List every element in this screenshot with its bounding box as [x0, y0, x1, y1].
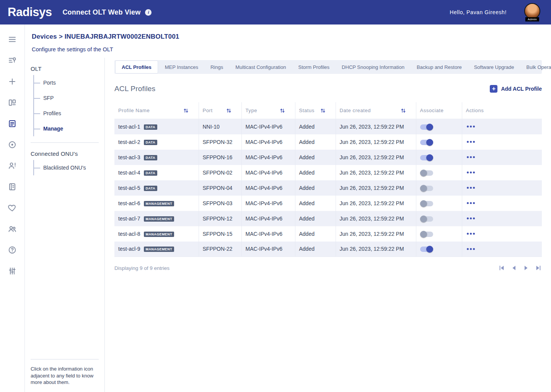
add-acl-profile-button[interactable]: + Add ACL Profile — [490, 85, 542, 93]
dashboard-icon[interactable] — [7, 98, 17, 108]
column-label: Associate — [420, 108, 444, 113]
column-label: Status — [299, 108, 315, 113]
settings-icon[interactable] — [7, 266, 17, 276]
toggle-knob — [426, 124, 433, 131]
associate-toggle[interactable] — [420, 124, 433, 130]
associate-toggle[interactable] — [420, 155, 433, 160]
tree-item-sfp[interactable]: SFP — [34, 90, 99, 106]
tab-dhcp-snooping-information[interactable]: DHCP Snooping Information — [336, 60, 411, 74]
associate-cell — [416, 211, 462, 226]
associate-toggle[interactable] — [420, 247, 433, 252]
tab-acl-profiles[interactable]: ACL Profiles — [115, 60, 158, 74]
row-actions-button[interactable] — [466, 154, 476, 160]
info-icon[interactable]: i — [145, 9, 152, 16]
tab-mep-instances[interactable]: MEP Instances — [159, 60, 204, 74]
logs-icon[interactable] — [7, 182, 17, 192]
tree-item-ports[interactable]: Ports — [34, 75, 99, 90]
olt-devices-icon[interactable] — [7, 56, 17, 65]
associate-toggle[interactable] — [420, 140, 433, 145]
actions-cell — [462, 211, 542, 226]
actions-cell — [462, 242, 542, 257]
profile-name: test-acl-7 — [118, 216, 140, 222]
olt-tree-list: PortsSFPProfilesManage — [33, 75, 99, 136]
table-row: test-acl-1DATANNI-10MAC-IPv4-IPv6AddedJu… — [114, 119, 542, 134]
pagination — [498, 265, 542, 271]
date-created-cell: Jun 26, 2023, 12:59:22 PM — [336, 211, 416, 226]
sort-icon[interactable] — [401, 108, 406, 113]
sort-icon[interactable] — [226, 108, 231, 113]
menu-icon[interactable] — [7, 34, 17, 44]
row-actions-button[interactable] — [466, 139, 476, 145]
user-greeting: Hello, Pavan Gireesh! — [450, 9, 507, 15]
tab-bar: ACL ProfilesMEP InstancesRingsMulticast … — [114, 60, 542, 74]
row-actions-button[interactable] — [466, 230, 476, 237]
tab-storm-profiles[interactable]: Storm Profiles — [292, 60, 336, 74]
associate-toggle[interactable] — [420, 170, 433, 176]
profiles-icon[interactable] — [7, 119, 17, 129]
column-header-associate: Associate — [416, 102, 462, 119]
date-created-cell: Jun 26, 2023, 12:59:22 PM — [336, 119, 416, 134]
breadcrumb-devices[interactable]: Devices — [32, 33, 57, 40]
sort-icon[interactable] — [280, 108, 285, 113]
row-actions-button[interactable] — [466, 123, 476, 130]
date-created-cell: Jun 26, 2023, 12:59:22 PM — [336, 226, 416, 242]
date-created-cell: Jun 26, 2023, 12:59:22 PM — [336, 150, 416, 165]
column-header-type[interactable]: Type — [241, 102, 295, 119]
previous-page-button[interactable] — [510, 265, 517, 271]
associate-toggle[interactable] — [420, 186, 433, 191]
row-actions-button[interactable] — [466, 215, 476, 222]
add-device-icon[interactable] — [7, 77, 17, 87]
associate-cell — [416, 180, 462, 196]
breadcrumb-separator: > — [59, 33, 65, 40]
tab-rings[interactable]: Rings — [204, 60, 229, 74]
navigation-tree-panel: OLT PortsSFPProfilesManage Connected ONU… — [25, 58, 105, 392]
help-icon[interactable] — [7, 245, 17, 255]
next-page-button[interactable] — [523, 265, 530, 271]
alarms-icon[interactable] — [7, 161, 17, 171]
users-icon[interactable] — [7, 224, 17, 234]
associate-cell — [416, 196, 462, 211]
sort-icon[interactable] — [183, 108, 189, 113]
column-header-actions: Actions — [462, 102, 542, 119]
tree-item-manage[interactable]: Manage — [34, 121, 99, 136]
profile-name-cell: test-acl-1DATA — [114, 119, 199, 134]
table-header-row: Profile NamePortTypeStatusDate createdAs… — [114, 102, 542, 119]
tree-root-connected-onus[interactable]: Connected ONU's — [31, 150, 99, 157]
profile-name: test-acl-3 — [118, 154, 140, 160]
tab-backup-and-restore[interactable]: Backup and Restore — [411, 60, 468, 74]
associate-toggle[interactable] — [420, 201, 433, 206]
associate-toggle[interactable] — [420, 232, 433, 237]
actions-cell — [462, 119, 542, 134]
first-page-button[interactable] — [498, 265, 505, 271]
health-icon[interactable] — [7, 203, 17, 213]
row-actions-button[interactable] — [466, 246, 476, 252]
type-cell: MAC-IPv4-IPv6 — [241, 226, 295, 242]
discovery-icon[interactable] — [7, 140, 17, 150]
tab-bulk-operations[interactable]: Bulk Operations — [520, 60, 551, 74]
tab-multicast-configuration[interactable]: Multicast Configuration — [229, 60, 292, 74]
row-actions-button[interactable] — [466, 169, 476, 176]
profile-name-cell: test-acl-7MANAGEMENT — [114, 211, 199, 226]
add-acl-profile-label: Add ACL Profile — [501, 86, 542, 92]
profile-name-cell: test-acl-5DATA — [114, 180, 199, 196]
column-header-status[interactable]: Status — [295, 102, 336, 119]
column-header-profile-name[interactable]: Profile Name — [114, 102, 199, 119]
status-cell: Added — [295, 150, 336, 165]
user-avatar[interactable]: Admin — [523, 2, 541, 22]
column-header-date-created[interactable]: Date created — [336, 102, 416, 119]
row-actions-button[interactable] — [466, 185, 476, 191]
associate-toggle[interactable] — [420, 216, 433, 222]
row-actions-button[interactable] — [466, 200, 476, 206]
tree-root-olt[interactable]: OLT — [31, 65, 99, 72]
port-cell: SFPPON-02 — [199, 165, 241, 180]
tree-item-blacklisted-onu-s[interactable]: Blacklisted ONU's — [34, 160, 99, 175]
type-cell: MAC-IPv4-IPv6 — [241, 165, 295, 180]
column-header-port[interactable]: Port — [199, 102, 241, 119]
date-created-cell: Jun 26, 2023, 12:59:22 PM — [336, 242, 416, 257]
last-page-button[interactable] — [535, 265, 542, 271]
tree-item-profiles[interactable]: Profiles — [34, 106, 99, 121]
tab-software-upgrade[interactable]: Software Upgrade — [468, 60, 520, 74]
sort-icon[interactable] — [320, 108, 326, 113]
type-cell: MAC-IPv4-IPv6 — [241, 119, 295, 134]
associate-cell — [416, 119, 462, 134]
